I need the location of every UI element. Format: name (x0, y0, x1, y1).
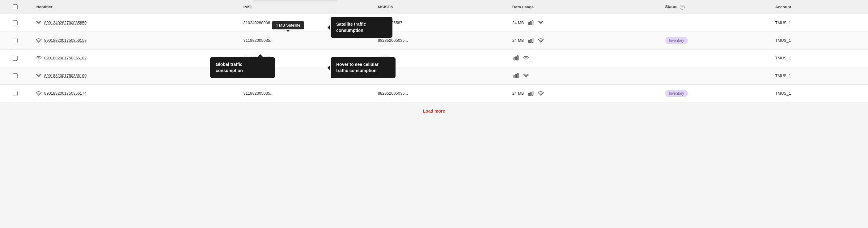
data-usage-cell (512, 72, 655, 80)
select-all-header (0, 0, 31, 14)
imsi-cell: 311882005035... (238, 84, 373, 102)
status-cell (660, 49, 770, 67)
data-amount: 24 MB (512, 91, 525, 95)
identifier-header: Identifier (31, 0, 239, 14)
global-traffic-icon[interactable] (512, 72, 520, 80)
cellular-traffic-icon[interactable] (537, 19, 545, 27)
table-container: Identifier IMSI MSISDN Data usage Status… (0, 0, 868, 228)
svg-point-20 (38, 95, 39, 95)
svg-rect-16 (514, 75, 515, 78)
svg-rect-12 (516, 57, 516, 60)
satellite-tooltip: Satellite traffic consumption (331, 17, 393, 38)
signal-icon (35, 20, 42, 26)
svg-point-0 (38, 24, 39, 25)
identifier-link[interactable]: 8901882001750356182 (44, 56, 87, 60)
account-cell: TMUS_1 (770, 49, 868, 67)
status-cell: Inventory (660, 32, 770, 49)
identifier-link[interactable]: 8901240282700085850 (44, 21, 87, 25)
table-row: 8901240282700085850 310240280008...19316… (0, 14, 868, 32)
svg-rect-13 (517, 55, 518, 60)
msisdn-header: MSISDN (373, 0, 507, 14)
table-header-row: Identifier IMSI MSISDN Data usage Status… (0, 0, 868, 14)
svg-rect-8 (532, 38, 533, 42)
account-cell: TMUS_1 (770, 14, 868, 32)
identifier-link[interactable]: 8901882001750356158 (44, 38, 87, 43)
table-row: 8901882001750356182 311882005035...88235… (0, 49, 868, 67)
msisdn-cell: 882352005035... (373, 84, 507, 102)
cellular-traffic-icon[interactable] (537, 37, 545, 44)
mini-tooltip: 4 MB Satellite (272, 21, 304, 29)
row-checkbox[interactable] (13, 21, 18, 25)
svg-rect-11 (514, 58, 515, 60)
load-more-row: Load more (0, 102, 868, 120)
data-usage-header: Data usage (507, 0, 660, 14)
global-tooltip: Global traffic consumption (210, 57, 275, 78)
msisdn-cell: 19316106587 (373, 14, 507, 32)
svg-point-10 (38, 60, 39, 60)
global-traffic-icon[interactable] (512, 54, 520, 62)
svg-rect-7 (530, 39, 531, 43)
svg-rect-17 (516, 74, 516, 78)
status-cell (660, 14, 770, 32)
svg-rect-3 (532, 20, 533, 25)
data-usage-cell: 24 MB (512, 19, 655, 27)
svg-rect-2 (530, 21, 531, 25)
account-cell: TMUS_1 (770, 84, 868, 102)
status-header: Status ? (660, 0, 770, 14)
svg-point-19 (526, 77, 526, 78)
status-cell (660, 67, 770, 84)
cellular-traffic-icon[interactable] (522, 72, 530, 80)
global-traffic-icon[interactable] (527, 19, 535, 27)
cellular-traffic-icon[interactable] (522, 54, 530, 62)
table-row: 8901882001750356158 311882005035...88235… (0, 32, 868, 49)
row-checkbox[interactable] (13, 91, 18, 96)
svg-rect-18 (517, 73, 518, 78)
identifier-link[interactable]: 8901882001750356174 (44, 91, 87, 95)
cellular-tooltip: Hover to see cellular traffic consumptio… (331, 57, 396, 78)
status-cell: Inventory (660, 84, 770, 102)
global-traffic-icon[interactable] (527, 90, 535, 97)
msisdn-cell: 882352005035... (373, 32, 507, 49)
svg-point-9 (540, 42, 541, 43)
cellular-traffic-icon[interactable] (537, 90, 545, 97)
table-row: 8901882001750356174 311882005035...88235… (0, 84, 868, 102)
svg-point-5 (38, 42, 39, 43)
svg-rect-23 (532, 91, 533, 95)
row-checkbox[interactable] (13, 38, 18, 43)
status-badge: Inventory (665, 37, 687, 44)
data-amount: 24 MB (512, 21, 525, 25)
signal-icon (35, 90, 42, 96)
global-traffic-icon[interactable] (527, 37, 535, 44)
account-header: Account (770, 0, 868, 14)
imsi-header: IMSI (238, 0, 373, 14)
select-all-checkbox[interactable] (13, 4, 18, 9)
row-checkbox[interactable] (13, 73, 18, 78)
data-amount: 24 MB (512, 38, 525, 43)
identifier-link[interactable]: 8901882001750356190 (44, 73, 87, 78)
signal-icon (35, 55, 42, 61)
signal-icon (35, 37, 42, 44)
svg-point-24 (540, 95, 541, 95)
svg-point-14 (526, 60, 526, 60)
status-badge: Inventory (665, 90, 687, 97)
account-cell: TMUS_1 (770, 67, 868, 84)
data-usage-cell (512, 54, 655, 62)
signal-icon (35, 73, 42, 79)
account-cell: TMUS_1 (770, 32, 868, 49)
svg-point-4 (540, 24, 541, 25)
status-help-icon[interactable]: ? (680, 5, 685, 9)
row-checkbox[interactable] (13, 56, 18, 61)
load-more-button[interactable]: Load more (423, 109, 445, 114)
svg-rect-6 (528, 40, 529, 42)
svg-rect-21 (528, 93, 529, 95)
svg-point-15 (38, 77, 39, 78)
svg-rect-1 (528, 22, 529, 25)
table-row: 8901882001750356190 311882005035...88235… (0, 67, 868, 84)
data-usage-cell: 24 MB (512, 37, 655, 44)
data-table: Identifier IMSI MSISDN Data usage Status… (0, 0, 868, 120)
data-usage-cell: 24 MB (512, 90, 655, 97)
svg-rect-22 (530, 92, 531, 95)
data-usage-popup (253, 0, 337, 1)
